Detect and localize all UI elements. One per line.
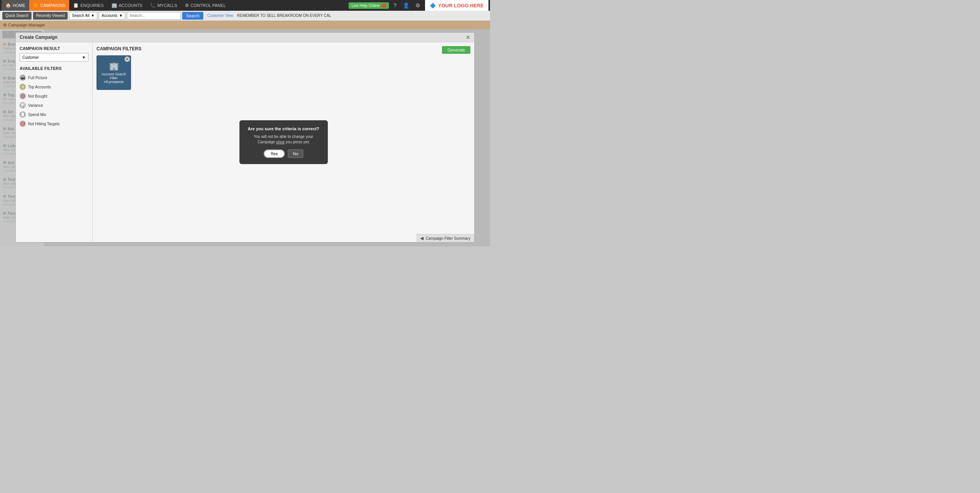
right-panel: CAMPAIGN FILTERS Generate ✕ 🏢 Account Se… — [93, 42, 474, 242]
filter-card-remove-button[interactable]: ✕ — [125, 56, 130, 62]
logo-text: YOUR LOGO HERE — [438, 3, 484, 8]
filter-icon: 📑 — [20, 111, 26, 118]
nav-accounts-label: ACCOUNTS — [119, 3, 143, 8]
campaigns-icon: 🔶 — [33, 3, 39, 8]
filter-item-full-picture[interactable]: 📷 Full Picture — [20, 73, 88, 82]
accounts-icon: 🏢 — [111, 3, 117, 8]
filter-item-spend-mix[interactable]: 📑 Spend Mix — [20, 110, 88, 119]
logo-icon: 🔷 — [430, 3, 436, 8]
modal-body: CAMPAIGN RESULT Customer ▼ AVAILABLE FIL… — [16, 42, 474, 242]
available-filters-label: AVAILABLE FILTERS — [20, 66, 88, 71]
modal-close-button[interactable]: ✕ — [466, 34, 470, 40]
filter-icon: ⭐ — [20, 84, 26, 90]
customer-view-link[interactable]: Customer View — [207, 13, 233, 18]
search-button[interactable]: Search — [182, 12, 203, 20]
active-filter-card[interactable]: ✕ 🏢 Account Search Filter All prospects — [96, 55, 131, 90]
left-panel: CAMPAIGN RESULT Customer ▼ AVAILABLE FIL… — [16, 42, 93, 242]
nav-control-panel-label: CONTROL PANEL — [191, 3, 226, 8]
confirm-buttons: Yes No — [247, 149, 320, 158]
filter-card-label: Account Search Filter — [99, 72, 129, 80]
confirm-dialog: Are you sure the criteria is correct? Yo… — [239, 120, 328, 164]
campaign-manager-bar: ⚙ Campaign Manager — [0, 21, 490, 29]
modal-title: Create Campaign — [20, 35, 58, 40]
main-content: Search Branch Tes... Today at 8:52... Cr… — [0, 29, 490, 246]
result-dropdown[interactable]: Customer ▼ — [20, 53, 88, 61]
accounts-dropdown-arrow-icon: ▼ — [119, 13, 123, 18]
filter-item-not-hitting-targets[interactable]: 🎯 Not Hitting Targets — [20, 119, 88, 128]
nav-enquiries[interactable]: 📋 ENQUIRIES — [69, 0, 108, 11]
filter-item-top-accounts[interactable]: ⭐ Top Accounts — [20, 82, 88, 91]
campaign-filters-title: CAMPAIGN FILTERS — [96, 46, 470, 51]
control-panel-icon: ⚙ — [185, 3, 189, 8]
accounts-label: Accounts — [101, 13, 117, 18]
nav-accounts[interactable]: 🏢 ACCOUNTS — [108, 0, 146, 11]
filter-item-not-bought[interactable]: 🚫 Not Bought — [20, 91, 88, 101]
live-icon: 🔴 — [381, 3, 386, 8]
accounts-dropdown[interactable]: Accounts ▼ — [99, 12, 125, 20]
search-all-dropdown[interactable]: Search All ▼ — [69, 12, 97, 20]
bottom-bar: ◀ Campaign Filter Summary — [416, 234, 474, 242]
modal-title-bar: Create Campaign ✕ — [16, 33, 474, 42]
result-dropdown-arrow: ▼ — [82, 55, 86, 60]
filter-icon: 🎯 — [20, 121, 26, 127]
filter-label: Variance — [28, 103, 43, 108]
nav-home[interactable]: 🏠 HOME — [2, 0, 29, 11]
filter-label: Not Bought — [28, 94, 47, 98]
search-input[interactable] — [127, 12, 181, 20]
recently-viewed-button[interactable]: Recently Viewed — [33, 12, 68, 20]
confirm-dialog-title: Are you sure the criteria is correct? — [247, 126, 320, 131]
nav-enquiries-label: ENQUIRIES — [80, 3, 104, 8]
campaign-manager-icon: ⚙ — [3, 23, 7, 28]
quick-search-button[interactable]: Quick Search — [2, 12, 32, 20]
sell-message: REMEMBER TO SELL BREAKROOM ON EVERY CAL — [237, 13, 331, 18]
confirm-no-button[interactable]: No — [288, 149, 303, 158]
bottom-bar-label: Campaign Filter Summary — [426, 236, 470, 241]
live-help-button[interactable]: Live Help Online 🔴 — [349, 2, 389, 9]
nav-mycalls-label: MYCALLS — [157, 3, 177, 8]
help-icon[interactable]: ? — [392, 2, 398, 8]
mycalls-icon: 📞 — [150, 3, 156, 8]
generate-button[interactable]: Generate — [442, 46, 470, 54]
logo-area: 🔷 YOUR LOGO HERE — [425, 0, 488, 11]
confirm-dialog-message: You will not be able to change your Camp… — [247, 134, 320, 145]
nav-mycalls[interactable]: 📞 MYCALLS — [146, 0, 181, 11]
filter-label: Full Picture — [28, 76, 47, 80]
confirm-yes-button[interactable]: Yes — [264, 149, 285, 158]
nav-home-label: HOME — [13, 3, 25, 8]
nav-control-panel[interactable]: ⚙ CONTROL PANEL — [181, 0, 230, 11]
filter-item-variance[interactable]: 📊 Variance — [20, 101, 88, 110]
filter-list: 📷 Full Picture ⭐ Top Accounts 🚫 Not Boug… — [20, 73, 88, 128]
filter-card-icon: 🏢 — [109, 61, 119, 71]
user-icon[interactable]: 👤 — [401, 2, 411, 8]
search-all-label: Search All — [72, 13, 89, 18]
nav-campaigns[interactable]: 🔶 CAMPAIGNS — [29, 0, 69, 11]
create-campaign-modal: Create Campaign ✕ CAMPAIGN RESULT Custom… — [15, 32, 475, 242]
filter-icon: 📷 — [20, 75, 26, 81]
result-dropdown-value: Customer — [22, 55, 39, 60]
top-nav: 🏠 HOME 🔶 CAMPAIGNS 📋 ENQUIRIES 🏢 ACCOUNT… — [0, 0, 490, 11]
filter-label: Top Accounts — [28, 85, 51, 89]
campaign-manager-title: Campaign Manager — [8, 23, 45, 27]
settings-icon[interactable]: ⚙ — [414, 2, 422, 8]
filter-card-sublabel: All prospects — [104, 80, 124, 84]
filter-label: Spend Mix — [28, 113, 46, 117]
nav-right: Live Help Online 🔴 ? 👤 ⚙ 🔷 YOUR LOGO HER… — [349, 0, 488, 11]
filter-label: Not Hitting Targets — [28, 122, 60, 126]
bottom-bar-arrow-icon: ◀ — [420, 236, 424, 241]
home-icon: 🏠 — [5, 3, 11, 8]
enquiries-icon: 📋 — [73, 3, 79, 8]
dropdown-arrow-icon: ▼ — [91, 13, 95, 18]
nav-campaigns-label: CAMPAIGNS — [40, 3, 65, 8]
live-help-label: Live Help Online — [352, 3, 380, 8]
search-bar: Quick Search Recently Viewed Search All … — [0, 11, 490, 21]
campaign-result-label: CAMPAIGN RESULT — [20, 46, 88, 51]
filter-icon: 📊 — [20, 102, 26, 108]
filter-icon: 🚫 — [20, 93, 26, 99]
